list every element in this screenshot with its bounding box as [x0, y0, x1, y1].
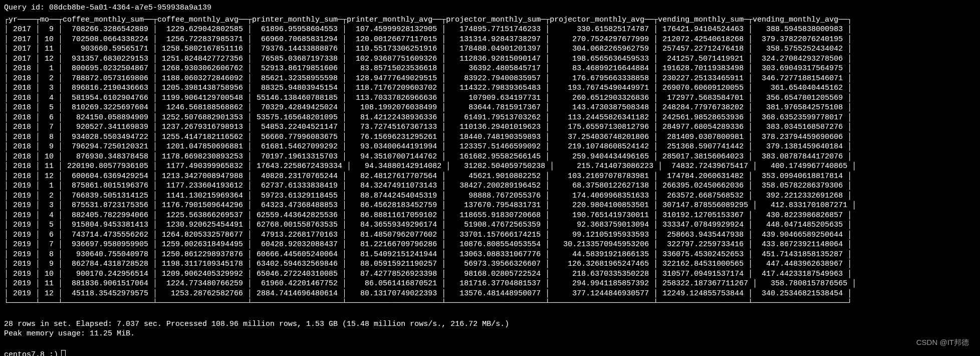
status-line-1: 28 rows in set. Elapsed: 7.037 sec. Proc… — [4, 319, 976, 329]
table-row: │ 2019 │ 12 │ 45118.35452979575 │ 1253.2… — [4, 289, 976, 299]
table-row: │ 2019 │ 10 │ 900170.242956514 │ 1209.90… — [4, 269, 976, 279]
table-row: │ 2018 │ 7 │ 920527.341169839 │ 1237.267… — [4, 122, 976, 132]
query-label: Query id: — [4, 4, 45, 12]
table-row: │ 2017 │ 12 │ 931357.6830229153 │ 1251.8… — [4, 54, 976, 64]
table-row: │ 2018 │ 11 │ 220190.80577936105 │ 1177.… — [4, 161, 976, 171]
result-table: ┌yr────┬mo──┬coffee_monthly_sum──┬coffee… — [4, 15, 976, 308]
table-row: │ 2018 │ 12 │ 600604.6369429254 │ 1213.3… — [4, 171, 976, 182]
table-row: │ 2017 │ 9 │ 708266.3286542889 │ 1229.62… — [4, 25, 976, 35]
prompt-line[interactable]: centos7.8 :) — [4, 350, 976, 357]
table-row: │ 2019 │ 4 │ 882405.7822994066 │ 1225.56… — [4, 211, 976, 221]
table-row: │ 2018 │ 6 │ 824150.058894909 │ 1252.507… — [4, 113, 976, 123]
table-row: │ 2019 │ 1 │ 875861.8015196376 │ 1177.23… — [4, 181, 976, 191]
table-row: │ 2018 │ 8 │ 934028.5503494722 │ 1255.41… — [4, 132, 976, 142]
table-row: │ 2019 │ 6 │ 743714.4735556262 │ 1264.82… — [4, 230, 976, 240]
shell-prompt: centos7.8 :) — [4, 350, 58, 357]
query-line: Query id: 08dcb8be-5a01-4364-a7e5-959938… — [4, 3, 976, 13]
table-row: │ 2018 │ 3 │ 896816.2190436663 │ 1205.39… — [4, 83, 976, 93]
table-row: │ 2018 │ 5 │ 810269.3225697604 │ 1246.56… — [4, 103, 976, 113]
table-row: │ 2018 │ 9 │ 796294.7250120321 │ 1201.04… — [4, 142, 976, 152]
table-row: │ 2018 │ 2 │ 788872.0573169806 │ 1188.06… — [4, 74, 976, 84]
table-row: │ 2017 │ 10 │ 702508.0664338224 │ 1256.7… — [4, 35, 976, 45]
cursor — [61, 350, 66, 356]
table-header-border: ┌yr────┬mo──┬coffee_monthly_sum──┬coffee… — [4, 15, 976, 25]
table-row: │ 2018 │ 1 │ 800695.0232504867 │ 1268.93… — [4, 64, 976, 74]
table-row: │ 2019 │ 2 │ 766839.5051314125 │ 1141.13… — [4, 191, 976, 201]
table-row: │ 2018 │ 10 │ 876930.348378458 │ 1178.66… — [4, 152, 976, 162]
table-row: │ 2019 │ 3 │ 875531.8723175356 │ 1176.79… — [4, 201, 976, 211]
query-id: 08dcb8be-5a01-4364-a7e5-959938a9a139 — [49, 4, 211, 12]
table-row: │ 2019 │ 9 │ 862784.4318728528 │ 1198.31… — [4, 259, 976, 269]
table-footer-border: └──────┴────┴────────────────────┴──────… — [4, 298, 976, 308]
table-row: │ 2017 │ 11 │ 903660.59565171 │ 1258.580… — [4, 44, 976, 54]
table-row: │ 2019 │ 7 │ 936697.9580959905 │ 1259.00… — [4, 240, 976, 250]
table-row: │ 2019 │ 8 │ 930640.755040978 │ 1250.861… — [4, 250, 976, 260]
table-row: │ 2019 │ 11 │ 881836.9061517064 │ 1224.7… — [4, 279, 976, 289]
table-row: │ 2018 │ 4 │ 581954.6102904766 │ 1199.90… — [4, 93, 976, 103]
watermark: CSDN @IT邦德 — [916, 337, 969, 347]
status-line-2: Peak memory usage: 11.25 MiB. — [4, 329, 976, 339]
table-row: │ 2019 │ 5 │ 915804.9453381413 │ 1230.92… — [4, 220, 976, 230]
